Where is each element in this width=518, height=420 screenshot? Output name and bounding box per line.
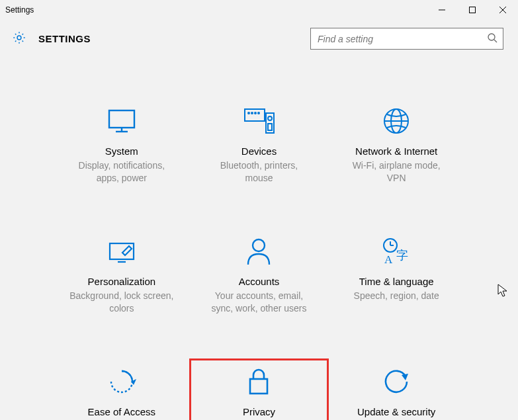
svg-point-11 (248, 112, 249, 114)
svg-rect-1 (470, 7, 476, 13)
titlebar: Settings (0, 0, 518, 20)
svg-point-13 (255, 112, 256, 114)
tile-desc: Background, lock screen, colors (69, 290, 175, 315)
svg-point-4 (17, 36, 21, 40)
window-title: Settings (5, 5, 34, 15)
search-icon (487, 32, 497, 46)
svg-rect-10 (245, 109, 265, 121)
window-controls (427, 0, 518, 20)
svg-line-6 (494, 40, 497, 42)
tile-title: Time & language (359, 276, 434, 287)
svg-rect-21 (110, 243, 134, 259)
tile-network[interactable]: Network & Internet Wi-Fi, airplane mode,… (327, 99, 465, 190)
tile-title: System (105, 146, 138, 157)
tile-desc: Speech, region, date (354, 290, 439, 302)
tile-ease-of-access[interactable]: Ease of Access (53, 360, 191, 420)
header-left: SETTINGS (12, 30, 91, 48)
personalization-icon (107, 235, 137, 268)
settings-grid: System Display, notifications, apps, pow… (0, 63, 518, 420)
svg-point-16 (268, 116, 272, 120)
tile-title: Ease of Access (88, 406, 156, 417)
svg-rect-30 (250, 379, 267, 394)
globe-icon (382, 105, 411, 138)
minimize-button[interactable] (427, 0, 457, 20)
tile-desc: Display, notifications, apps, power (69, 159, 175, 185)
tile-privacy[interactable]: Privacy (191, 360, 328, 420)
tile-title: Network & Internet (355, 146, 437, 157)
lock-icon (246, 365, 271, 398)
update-icon (382, 365, 411, 398)
svg-rect-17 (268, 124, 272, 130)
search-input[interactable] (318, 34, 487, 44)
close-button[interactable] (488, 0, 518, 20)
tile-title: Devices (241, 146, 277, 157)
person-icon (245, 235, 272, 268)
monitor-icon (107, 105, 137, 138)
maximize-button[interactable] (457, 0, 488, 20)
svg-rect-7 (109, 110, 134, 128)
svg-marker-31 (402, 374, 408, 380)
tile-title: Update & security (357, 406, 435, 417)
tile-desc: Bluetooth, printers, mouse (206, 159, 312, 185)
svg-text:字: 字 (396, 249, 408, 262)
svg-point-5 (488, 34, 495, 40)
tile-desc: Wi-Fi, airplane mode, VPN (343, 159, 449, 185)
tile-title: Accounts (239, 276, 280, 287)
tile-desc: Your accounts, email, sync, work, other … (206, 290, 312, 315)
devices-icon (242, 105, 275, 138)
tile-accounts[interactable]: Accounts Your accounts, email, sync, wor… (191, 230, 328, 320)
tile-title: Personalization (88, 276, 156, 287)
svg-point-12 (251, 112, 253, 114)
tile-devices[interactable]: Devices Bluetooth, printers, mouse (191, 99, 328, 190)
header: SETTINGS (0, 20, 518, 63)
time-language-icon: A字 (380, 235, 412, 268)
svg-point-14 (258, 112, 259, 114)
svg-point-23 (253, 239, 265, 251)
search-box[interactable] (310, 28, 503, 50)
svg-text:A: A (384, 253, 393, 266)
tile-title: Privacy (243, 406, 275, 417)
tile-system[interactable]: System Display, notifications, apps, pow… (53, 99, 191, 190)
tile-personalization[interactable]: Personalization Background, lock screen,… (53, 230, 191, 320)
tile-update-security[interactable]: Update & security (327, 360, 465, 420)
gear-icon (12, 30, 26, 48)
tile-time-language[interactable]: A字 Time & language Speech, region, date (327, 230, 465, 320)
page-title: SETTINGS (38, 33, 91, 44)
ease-of-access-icon (107, 365, 136, 398)
